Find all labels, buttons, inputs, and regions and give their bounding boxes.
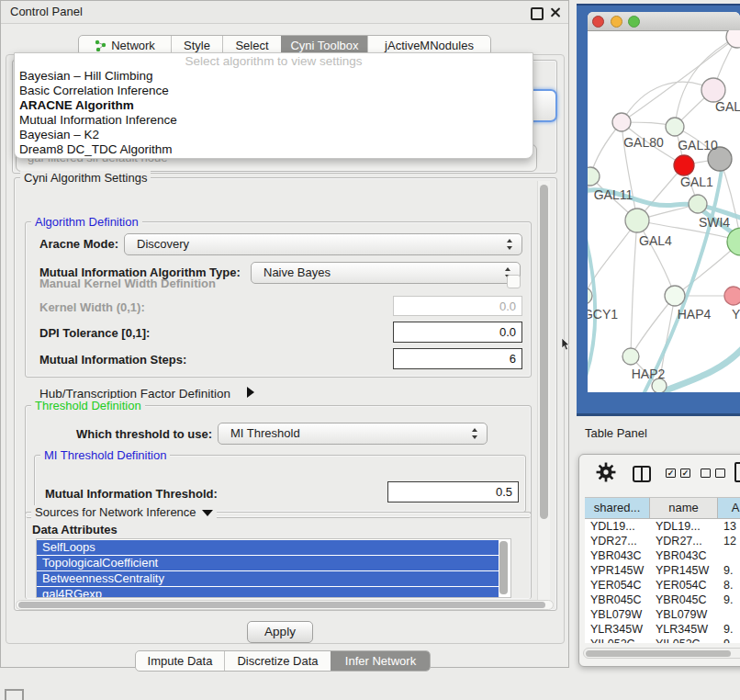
gear-icon[interactable] bbox=[596, 462, 616, 482]
table-cell[interactable]: 13 bbox=[718, 519, 740, 534]
table-row[interactable]: YER054CYER054C8. bbox=[585, 578, 740, 593]
tab-discretize-data[interactable]: Discretize Data bbox=[224, 651, 331, 671]
data-attribute-item[interactable]: BetweennessCentrality bbox=[37, 571, 499, 586]
node-gal4[interactable] bbox=[625, 209, 649, 232]
table-cell[interactable]: YDR27... bbox=[585, 534, 650, 548]
table-cell[interactable] bbox=[718, 548, 740, 563]
manual-kernel-checkbox[interactable] bbox=[507, 275, 521, 288]
mi-steps-field[interactable]: 6 bbox=[393, 348, 522, 369]
algorithm-option[interactable]: Basic Correlation Inference bbox=[15, 84, 533, 98]
mac-zoom-icon[interactable] bbox=[628, 16, 640, 28]
network-canvas[interactable]: GALGAL80GAL10GAL1GAL11SWI4GAL4GCY1HAP4YH… bbox=[588, 30, 740, 392]
node-swi4[interactable] bbox=[689, 195, 707, 213]
column-header-A[interactable]: A bbox=[718, 498, 740, 518]
algorithm-option[interactable]: Dream8 DC_TDC Algorithm bbox=[15, 142, 533, 157]
node-gal10[interactable] bbox=[666, 118, 684, 136]
node-hap4[interactable] bbox=[665, 286, 685, 306]
table-header-row: shared...nameA bbox=[585, 498, 740, 519]
table-cell[interactable]: 9 bbox=[718, 637, 740, 643]
file-icon[interactable] bbox=[734, 462, 740, 482]
data-attributes-list[interactable]: SelfLoopsTopologicalCoefficientBetweenne… bbox=[36, 538, 511, 598]
table-cell[interactable]: YBR045C bbox=[650, 593, 718, 607]
table-row[interactable]: YLR345WYLR345W9. bbox=[585, 622, 740, 637]
mi-type-combo[interactable]: Naive Bayes bbox=[251, 262, 521, 284]
dpi-tolerance-field[interactable]: 0.0 bbox=[393, 322, 522, 343]
which-threshold-combo[interactable]: MI Threshold bbox=[218, 423, 488, 445]
node-gal11[interactable] bbox=[588, 167, 600, 186]
node-label-hap2: HAP2 bbox=[632, 367, 666, 381]
collapse-down-icon[interactable] bbox=[202, 510, 213, 516]
table-cell[interactable]: YER054C bbox=[650, 578, 718, 593]
node-top[interactable] bbox=[726, 30, 740, 48]
table-cell[interactable]: YBR045C bbox=[585, 593, 650, 607]
table-cell[interactable]: YBR043C bbox=[585, 548, 650, 563]
settings-hscrollbar-thumb[interactable] bbox=[18, 602, 545, 608]
control-panel-title: Control Panel bbox=[10, 1, 83, 23]
data-attribute-item[interactable]: TopologicalCoefficient bbox=[37, 556, 499, 570]
table-cell[interactable]: 9. bbox=[718, 563, 740, 578]
mac-close-icon[interactable] bbox=[592, 16, 604, 28]
table-cell[interactable]: YDL19... bbox=[585, 519, 650, 534]
kernel-width-field[interactable]: 0.0 bbox=[393, 296, 522, 316]
algorithm-option[interactable]: Mutual Information Inference bbox=[15, 113, 533, 128]
algorithm-option[interactable]: Bayesian – Hill Climbing bbox=[15, 69, 533, 84]
columns-icon[interactable] bbox=[633, 466, 651, 482]
settings-scrollbar[interactable] bbox=[537, 181, 550, 605]
aracne-mode-combo[interactable]: Discovery bbox=[124, 233, 522, 255]
table-cell[interactable]: YIL052C bbox=[650, 637, 718, 643]
table-cell[interactable]: YPR145W bbox=[650, 563, 718, 578]
table-row[interactable]: YPR145WYPR145W9. bbox=[585, 563, 740, 578]
float-window-icon[interactable] bbox=[531, 7, 544, 20]
table-row[interactable]: YBR043CYBR043C bbox=[585, 548, 740, 563]
table-row[interactable]: YBL079WYBL079W bbox=[585, 607, 740, 622]
node-gcy1[interactable] bbox=[588, 288, 592, 304]
table-cell[interactable] bbox=[718, 607, 740, 622]
table-row[interactable]: YDR27...YDR27...12 bbox=[585, 534, 740, 548]
table-hscrollbar[interactable] bbox=[583, 648, 740, 659]
algorithm-option[interactable]: ARACNE Algorithm bbox=[15, 98, 533, 113]
mac-minimize-icon[interactable] bbox=[611, 16, 622, 28]
table-row[interactable]: YBR045CYBR045C9. bbox=[585, 593, 740, 607]
expand-right-icon[interactable] bbox=[247, 387, 254, 398]
tab-label: Style bbox=[184, 39, 210, 52]
table-cell[interactable]: YLR345W bbox=[650, 622, 718, 637]
attributes-scrollbar-thumb[interactable] bbox=[499, 541, 508, 594]
table-row[interactable]: YDL19...YDL19...13 bbox=[585, 519, 740, 534]
table-cell[interactable]: 9. bbox=[718, 622, 740, 637]
table-cell[interactable]: YDR27... bbox=[650, 534, 718, 548]
table-cell[interactable]: YIL052C bbox=[585, 637, 650, 643]
mi-threshold-field[interactable]: 0.5 bbox=[387, 481, 519, 502]
table-cell[interactable]: YLR345W bbox=[585, 622, 650, 637]
node-gal1[interactable] bbox=[674, 155, 694, 175]
settings-scrollbar-thumb[interactable] bbox=[540, 185, 548, 519]
settings-hscrollbar[interactable] bbox=[16, 600, 554, 610]
data-attribute-item[interactable]: SelfLoops bbox=[37, 540, 499, 555]
table-cell[interactable]: 8. bbox=[718, 578, 740, 593]
table-cell[interactable]: YBL079W bbox=[585, 607, 650, 622]
node-salmon[interactable] bbox=[724, 287, 740, 305]
node-gal80[interactable] bbox=[612, 113, 631, 131]
algorithm-option[interactable]: Bayesian – K2 bbox=[15, 128, 533, 142]
tab-impute-data[interactable]: Impute Data bbox=[136, 651, 224, 671]
minimized-panel-icon[interactable] bbox=[5, 689, 24, 700]
data-attribute-item[interactable]: gal4RGexp bbox=[37, 587, 499, 598]
apply-button[interactable]: Apply bbox=[247, 621, 313, 643]
table-cell[interactable]: YDL19... bbox=[650, 519, 718, 534]
node-hap2[interactable] bbox=[622, 348, 639, 365]
tab-infer-network[interactable]: Infer Network bbox=[331, 651, 430, 671]
table-cell[interactable]: 9. bbox=[718, 593, 740, 607]
network-window: GALGAL80GAL10GAL1GAL11SWI4GAL4GCY1HAP4YH… bbox=[588, 12, 740, 392]
tab-label: jActiveMNodules bbox=[385, 39, 474, 52]
table-cell[interactable]: YBL079W bbox=[650, 607, 718, 622]
column-header-shared...[interactable]: shared... bbox=[585, 498, 650, 518]
close-icon[interactable] bbox=[550, 7, 560, 17]
table-row[interactable]: YIL052CYIL052C9 bbox=[585, 637, 740, 643]
table-cell[interactable]: 12 bbox=[718, 534, 740, 548]
node-label-gal1: GAL1 bbox=[680, 175, 713, 189]
table-cell[interactable]: YER054C bbox=[585, 578, 650, 593]
table-cell[interactable]: YBR043C bbox=[650, 548, 718, 563]
column-header-name[interactable]: name bbox=[650, 498, 718, 518]
table-hscrollbar-thumb[interactable] bbox=[586, 650, 731, 657]
table-cell[interactable]: YPR145W bbox=[585, 563, 650, 578]
sources-group-title[interactable]: Sources for Network Inference bbox=[31, 505, 217, 519]
